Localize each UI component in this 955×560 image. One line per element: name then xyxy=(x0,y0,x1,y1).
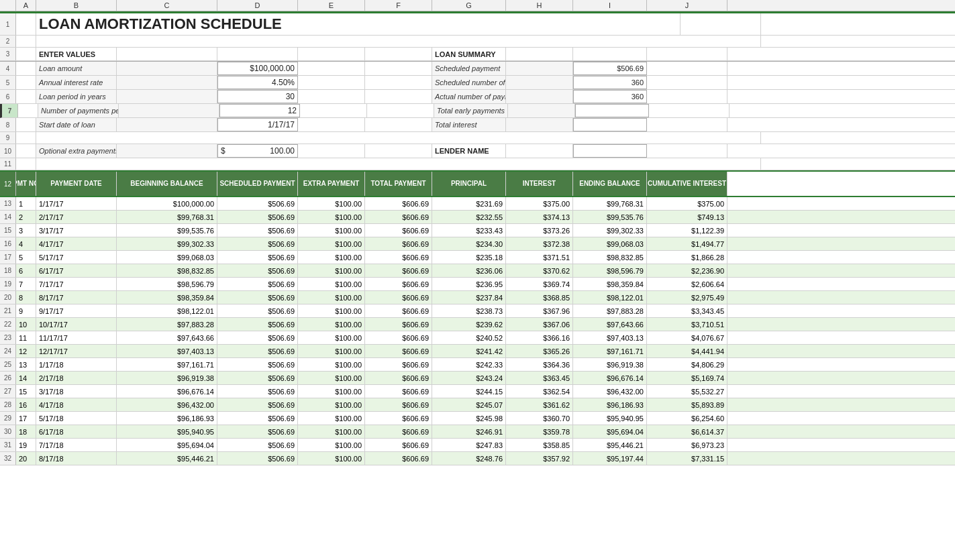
annual-rate-label: Annual interest rate xyxy=(36,76,117,89)
cell-pmt-no: 15 xyxy=(16,385,36,398)
cell-cumulative-interest: $5,169.74 xyxy=(647,372,727,384)
cell-payment-date: 5/17/18 xyxy=(36,412,117,425)
cell-principal: $236.95 xyxy=(432,278,506,290)
loan-period-value[interactable]: 30 xyxy=(217,90,298,103)
cell-cumulative-interest: $749.13 xyxy=(647,211,727,223)
cell-interest: $370.62 xyxy=(506,264,573,277)
cell-scheduled-payment: $506.69 xyxy=(217,211,298,223)
cell-ending-balance: $97,403.13 xyxy=(573,331,647,344)
row-num-23: 23 xyxy=(0,331,16,344)
cell-pmt-no: 14 xyxy=(16,372,36,384)
cell-scheduled-payment: $506.69 xyxy=(217,385,298,398)
loan-amount-value[interactable]: $100,000.00 xyxy=(217,62,298,75)
data-rows-container: 13 1 1/17/17 $100,000.00 $506.69 $100.00… xyxy=(0,197,955,465)
cell-cumulative-interest: $1,866.28 xyxy=(647,251,727,264)
cell-scheduled-payment: $506.69 xyxy=(217,425,298,438)
cell-B11 xyxy=(36,158,761,170)
total-interest-value xyxy=(573,118,647,131)
cell-begin-balance: $96,919.38 xyxy=(117,372,217,384)
row-num-16: 16 xyxy=(0,237,16,250)
cell-total-payment: $606.69 xyxy=(365,197,432,210)
cell-E10 xyxy=(298,144,365,158)
cell-pmt-no: 6 xyxy=(16,264,36,277)
cell-F4 xyxy=(365,62,432,75)
table-row: 14 2 2/17/17 $99,768.31 $506.69 $100.00 … xyxy=(0,211,955,224)
cell-extra-payment: $100.00 xyxy=(298,318,365,331)
payments-per-year-value[interactable]: 12 xyxy=(219,104,300,117)
cell-payment-date: 7/17/18 xyxy=(36,439,117,451)
cell-cumulative-interest: $6,973.23 xyxy=(647,439,727,451)
cell-ending-balance: $97,643.66 xyxy=(573,318,647,331)
cell-interest: $372.38 xyxy=(506,237,573,250)
table-row: 18 6 6/17/17 $98,832.85 $506.69 $100.00 … xyxy=(0,264,955,278)
cell-I3 xyxy=(573,48,647,60)
cell-F3 xyxy=(365,48,432,60)
col-header-H: H xyxy=(506,0,573,11)
cell-pmt-no: 8 xyxy=(16,291,36,304)
cumulative-interest-header-text: CUMULATIVE INTEREST xyxy=(648,180,726,187)
cell-F8 xyxy=(365,118,432,131)
cell-principal: $245.07 xyxy=(432,398,506,411)
payments-per-year-label: Number of payments per year xyxy=(38,104,119,117)
row-8: 8 Start date of loan 1/17/17 Total inter… xyxy=(0,118,955,132)
cell-cumulative-interest: $6,614.37 xyxy=(647,425,727,438)
cell-total-payment: $606.69 xyxy=(365,372,432,384)
cell-J5 xyxy=(647,76,727,89)
start-date-value[interactable]: 1/17/17 xyxy=(217,118,298,131)
cell-A11 xyxy=(16,158,36,170)
row-10: 10 Optional extra payments $ 100.00 LEND… xyxy=(0,144,955,158)
cell-begin-balance: $95,694.04 xyxy=(117,439,217,451)
cell-A5 xyxy=(16,76,36,89)
cell-principal: $231.69 xyxy=(432,197,506,210)
col-header-A: A xyxy=(16,0,36,11)
row-num-4: 4 xyxy=(0,62,16,75)
cell-extra-payment: $100.00 xyxy=(298,452,365,465)
cell-total-payment: $606.69 xyxy=(365,278,432,290)
cell-interest: $363.45 xyxy=(506,372,573,384)
cell-total-payment: $606.69 xyxy=(365,237,432,250)
row-num-8: 8 xyxy=(0,118,16,131)
cell-C3 xyxy=(117,48,217,60)
extra-payments-value[interactable]: $ 100.00 xyxy=(217,144,298,158)
cell-ending-balance: $95,940.95 xyxy=(573,412,647,425)
total-early-payments-value xyxy=(575,104,649,117)
cell-begin-balance: $99,302.33 xyxy=(117,237,217,250)
payment-date-header-text: PAYMENT DATE xyxy=(50,180,102,187)
cell-scheduled-payment: $506.69 xyxy=(217,197,298,210)
start-date-label: Start date of loan xyxy=(36,118,117,131)
cell-payment-date: 6/17/18 xyxy=(36,425,117,438)
row-num-15: 15 xyxy=(0,224,16,237)
lender-name-value[interactable] xyxy=(573,144,647,158)
row-num-6: 6 xyxy=(0,90,16,103)
cell-principal: $245.98 xyxy=(432,412,506,425)
cell-A8 xyxy=(16,118,36,131)
cell-scheduled-payment: $506.69 xyxy=(217,412,298,425)
table-row: 28 16 4/17/18 $96,432.00 $506.69 $100.00… xyxy=(0,398,955,412)
cell-extra-payment: $100.00 xyxy=(298,331,365,344)
scheduled-payments-num-value: 360 xyxy=(573,76,647,89)
row-6: 6 Loan period in years 30 Actual number … xyxy=(0,90,955,104)
row-num-26: 26 xyxy=(0,372,16,384)
cell-begin-balance: $98,596.79 xyxy=(117,278,217,290)
cell-D3 xyxy=(217,48,298,60)
cell-total-payment: $606.69 xyxy=(365,385,432,398)
cell-ending-balance: $98,122.01 xyxy=(573,291,647,304)
cell-A9 xyxy=(16,132,36,144)
cell-begin-balance: $95,446.21 xyxy=(117,452,217,465)
cell-interest: $374.13 xyxy=(506,211,573,223)
row-num-25: 25 xyxy=(0,358,16,371)
total-payment-header-text: TOTAL PAYMENT xyxy=(370,180,425,187)
row-9: 9 xyxy=(0,132,955,144)
header-total-payment: TOTAL PAYMENT xyxy=(365,172,432,196)
col-header-E: E xyxy=(298,0,365,11)
cell-payment-date: 4/17/17 xyxy=(36,237,117,250)
cell-F6 xyxy=(365,90,432,103)
cell-cumulative-interest: $4,806.29 xyxy=(647,358,727,371)
cell-principal: $237.84 xyxy=(432,291,506,304)
cell-interest: $373.26 xyxy=(506,224,573,237)
cell-E6 xyxy=(298,90,365,103)
cell-ending-balance: $96,186.93 xyxy=(573,398,647,411)
row-num-12: 12 xyxy=(0,172,16,196)
annual-rate-value[interactable]: 4.50% xyxy=(217,76,298,89)
extra-payments-label: Optional extra payments xyxy=(36,144,117,158)
